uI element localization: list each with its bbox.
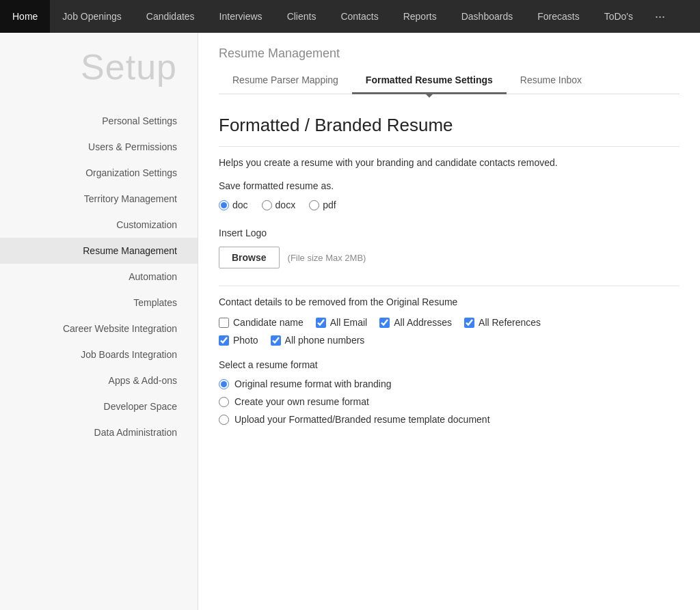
nav-interviews[interactable]: Interviews (207, 0, 275, 33)
top-navigation: Home Job Openings Candidates Interviews … (0, 0, 700, 33)
sidebar-setup-title: Setup (0, 46, 198, 87)
sidebar-item-organization-settings[interactable]: Organization Settings (0, 160, 198, 186)
sidebar-item-developer-space[interactable]: Developer Space (0, 393, 198, 419)
browse-button[interactable]: Browse (219, 247, 280, 268)
page-layout: Setup Personal Settings Users & Permissi… (0, 33, 700, 610)
divider-1 (219, 146, 679, 147)
page-title: Formatted / Branded Resume (219, 115, 679, 136)
nav-forecasts[interactable]: Forecasts (525, 0, 591, 33)
checkbox-photo[interactable]: Photo (219, 335, 258, 346)
radio-pdf-label: pdf (323, 199, 336, 210)
nav-contacts[interactable]: Contacts (328, 0, 390, 33)
sidebar-item-territory-management[interactable]: Territory Management (0, 186, 198, 212)
checkbox-all-addresses-input[interactable] (379, 318, 390, 328)
sidebar-item-job-boards[interactable]: Job Boards Integration (0, 342, 198, 368)
checkbox-all-references-label: All References (479, 317, 541, 328)
nav-candidates[interactable]: Candidates (134, 0, 207, 33)
checkbox-candidate-name[interactable]: Candidate name (219, 317, 304, 328)
resume-format-radio-list: Original resume format with branding Cre… (219, 378, 679, 425)
sidebar-item-data-administration[interactable]: Data Administration (0, 419, 198, 445)
checkbox-candidate-name-label: Candidate name (233, 317, 304, 328)
nav-dashboards[interactable]: Dashboards (449, 0, 526, 33)
checkbox-all-addresses[interactable]: All Addresses (379, 317, 452, 328)
radio-pdf[interactable]: pdf (309, 199, 336, 210)
radio-upload-template[interactable]: Upload your Formatted/Branded resume tem… (219, 414, 679, 425)
sidebar-item-resume-management[interactable]: Resume Management (0, 238, 198, 264)
sidebar-item-users-permissions[interactable]: Users & Permissions (0, 134, 198, 160)
nav-home[interactable]: Home (0, 0, 50, 33)
content-area: Formatted / Branded Resume Helps you cre… (198, 94, 700, 445)
tab-resume-inbox[interactable]: Resume Inbox (507, 68, 595, 94)
radio-own-format-label: Create your own resume format (234, 396, 369, 407)
checkbox-photo-input[interactable] (219, 335, 229, 346)
checkbox-photo-label: Photo (233, 335, 258, 346)
checkbox-all-addresses-label: All Addresses (394, 317, 452, 328)
save-as-label: Save formatted resume as. (219, 180, 679, 191)
file-size-hint: (File size Max 2MB) (288, 253, 366, 263)
radio-docx-input[interactable] (262, 200, 272, 210)
tab-resume-parser-mapping[interactable]: Resume Parser Mapping (219, 68, 352, 94)
radio-original-format-input[interactable] (219, 379, 229, 389)
sidebar-item-automation[interactable]: Automation (0, 264, 198, 290)
radio-original-format[interactable]: Original resume format with branding (219, 378, 679, 389)
insert-logo-label: Insert Logo (219, 227, 679, 238)
checkbox-all-phone-numbers-label: All phone numbers (285, 335, 365, 346)
radio-docx-label: docx (275, 199, 296, 210)
divider-2 (219, 286, 679, 286)
tab-formatted-resume-settings[interactable]: Formatted Resume Settings (352, 68, 507, 94)
sidebar-item-customization[interactable]: Customization (0, 212, 198, 238)
section-header: Resume Management (198, 33, 700, 61)
radio-own-format[interactable]: Create your own resume format (219, 396, 679, 407)
radio-doc-input[interactable] (219, 200, 229, 210)
checkbox-all-phone-numbers[interactable]: All phone numbers (271, 335, 365, 346)
checkbox-candidate-name-input[interactable] (219, 318, 229, 328)
contact-details-label: Contact details to be removed from the O… (219, 296, 679, 307)
resume-format-label: Select a resume format (219, 359, 679, 370)
logo-upload-row: Browse (File size Max 2MB) (219, 247, 679, 268)
radio-docx[interactable]: docx (262, 199, 296, 210)
file-format-radio-group: doc docx pdf (219, 199, 679, 210)
checkbox-all-references[interactable]: All References (464, 317, 541, 328)
checkbox-all-email-input[interactable] (316, 318, 326, 328)
checkbox-row-2: Photo All phone numbers (219, 335, 679, 346)
radio-pdf-input[interactable] (309, 200, 319, 210)
tab-bar: Resume Parser Mapping Formatted Resume S… (219, 68, 679, 94)
radio-upload-template-label: Upload your Formatted/Branded resume tem… (234, 414, 490, 425)
checkbox-all-references-input[interactable] (464, 318, 474, 328)
radio-doc[interactable]: doc (219, 199, 248, 210)
sidebar-item-personal-settings[interactable]: Personal Settings (0, 108, 198, 134)
sidebar-item-apps-addons[interactable]: Apps & Add-ons (0, 368, 198, 393)
checkbox-row-1: Candidate name All Email All Addresses A… (219, 317, 679, 328)
nav-reports[interactable]: Reports (391, 0, 449, 33)
checkbox-all-email-label: All Email (330, 317, 367, 328)
sidebar: Setup Personal Settings Users & Permissi… (0, 33, 198, 610)
radio-doc-label: doc (232, 199, 248, 210)
checkbox-all-phone-numbers-input[interactable] (271, 335, 281, 346)
radio-original-format-label: Original resume format with branding (234, 378, 392, 389)
nav-todos[interactable]: ToDo's (592, 0, 645, 33)
radio-own-format-input[interactable] (219, 397, 229, 407)
main-content: Resume Management Resume Parser Mapping … (198, 33, 700, 610)
nav-clients[interactable]: Clients (275, 0, 329, 33)
nav-more-button[interactable]: ··· (645, 10, 675, 24)
checkbox-all-email[interactable]: All Email (316, 317, 367, 328)
description-text: Helps you create a resume with your bran… (219, 157, 679, 168)
sidebar-item-templates[interactable]: Templates (0, 290, 198, 316)
nav-job-openings[interactable]: Job Openings (50, 0, 133, 33)
radio-upload-template-input[interactable] (219, 415, 229, 425)
sidebar-item-career-website[interactable]: Career Website Integration (0, 316, 198, 342)
